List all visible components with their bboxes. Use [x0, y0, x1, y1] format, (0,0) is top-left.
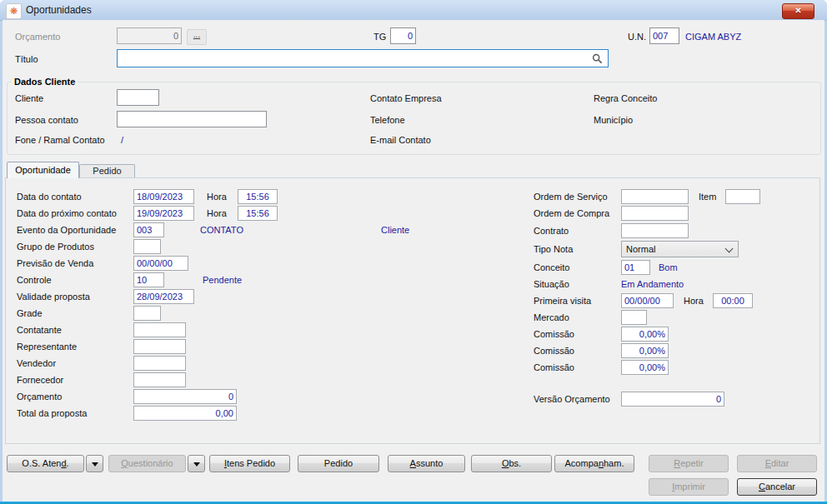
fornecedor-label: Fornecedor [17, 372, 63, 387]
oportunidades-window: ❋ Oportunidades ✕ Orçamento ... TG U.N. … [0, 0, 827, 504]
grupo-produtos-label: Grupo de Produtos [17, 239, 94, 254]
contatante-label: Contatante [17, 322, 62, 337]
contatante-input[interactable] [133, 322, 186, 337]
cliente-label: Cliente [15, 91, 43, 106]
pedido-button[interactable]: Pedido [298, 455, 379, 472]
grade-label: Grade [17, 306, 43, 321]
fornecedor-input[interactable] [133, 372, 186, 387]
orcamento-top-input[interactable] [117, 27, 182, 44]
versao-orcamento-input[interactable] [621, 392, 724, 407]
os-atend-dropdown-button[interactable] [86, 455, 103, 472]
window-title: Oportunidades [26, 4, 92, 16]
contrato-input[interactable] [621, 223, 689, 238]
item-label: Item [699, 189, 716, 204]
vendedor-input[interactable] [133, 356, 186, 371]
evento-label: Evento da Oportunidade [17, 222, 116, 237]
comissao2-label: Comissão [534, 343, 574, 358]
contrato-label: Contrato [534, 223, 569, 238]
dropdown-arrow-icon [193, 462, 200, 467]
imprimir-button: Imprimir [649, 478, 729, 496]
grade-input[interactable] [133, 306, 161, 321]
versao-orcamento-label: Versão Orçamento [534, 392, 610, 407]
email-contato-label: E-mail Contato [370, 132, 431, 147]
hora-contato-input[interactable] [238, 189, 278, 204]
editar-label: E [765, 458, 771, 468]
orcamento-top-label: Orçamento [15, 29, 60, 44]
titulo-label: Título [15, 52, 38, 67]
regra-conceito-label: Regra Conceito [594, 91, 657, 106]
hora-contato-label: Hora [207, 189, 227, 204]
controle-desc-text: Pendente [203, 272, 242, 287]
pessoa-contato-label: Pessoa contato [15, 112, 78, 127]
repetir-label: R [674, 458, 680, 468]
conceito-desc-text: Bom [659, 260, 678, 275]
comissao3-label: Comissão [534, 360, 574, 375]
dados-cliente-title: Dados Cliente [12, 77, 78, 87]
data-proximo-input[interactable] [133, 206, 194, 221]
representante-input[interactable] [133, 339, 186, 354]
evento-input[interactable] [133, 222, 164, 237]
titulo-search-input[interactable] [117, 49, 609, 67]
cliente-input[interactable] [117, 89, 159, 106]
un-input[interactable] [649, 27, 679, 44]
title-bar: ❋ Oportunidades ✕ [0, 0, 827, 21]
data-contato-input[interactable] [133, 189, 194, 204]
ordem-compra-label: Ordem de Compra [534, 206, 609, 221]
item-input[interactable] [725, 189, 760, 204]
comissao1-label: Comissão [534, 327, 574, 342]
un-name-text: CIGAM ABYZ [685, 29, 741, 44]
ordem-servico-input[interactable] [621, 189, 689, 204]
total-proposta-input[interactable] [133, 406, 237, 421]
acompanham-label: Acompa [565, 458, 599, 468]
grupo-produtos-input[interactable] [133, 239, 161, 254]
os-atend-button[interactable]: O.S. Atend. [7, 455, 84, 472]
editar-button: Editar [737, 455, 817, 472]
fone-ramal-label: Fone / Ramal Contato [15, 132, 105, 147]
conceito-input[interactable] [621, 260, 650, 275]
search-icon[interactable] [592, 53, 603, 64]
cancelar-button[interactable]: Cancelar [737, 478, 817, 496]
primeira-visita-input[interactable] [621, 293, 674, 308]
tipo-nota-label: Tipo Nota [534, 242, 573, 257]
hora-proximo-input[interactable] [238, 206, 278, 221]
chevron-down-icon [725, 245, 734, 253]
total-proposta-label: Total da proposta [17, 406, 87, 421]
obs-button[interactable]: Obs. [471, 455, 552, 472]
primeira-visita-label: Primeira visita [534, 293, 591, 308]
os-atend-label: O.S. Aten [22, 458, 61, 468]
tab-oportunidade[interactable]: Oportunidade [7, 162, 79, 178]
evento-cliente-text: Cliente [381, 222, 409, 237]
mercado-input[interactable] [621, 310, 647, 325]
validade-proposta-label: Validade proposta [17, 289, 90, 304]
questionario-label: Q [121, 458, 128, 468]
municipio-label: Município [594, 112, 633, 127]
comissao1-input[interactable] [621, 327, 669, 342]
tg-input[interactable] [390, 27, 416, 44]
cancelar-label: C [759, 482, 765, 492]
data-proximo-label: Data do próximo contato [17, 206, 117, 221]
primeira-visita-hora-input[interactable] [713, 293, 753, 308]
pessoa-contato-input[interactable] [117, 111, 267, 127]
assunto-button[interactable]: Assunto [388, 455, 465, 472]
tab-pedido[interactable]: Pedido [79, 164, 135, 177]
acompanham-button[interactable]: Acompanham. [554, 455, 634, 472]
tipo-nota-select[interactable]: Normal [621, 241, 739, 257]
validade-proposta-input[interactable] [133, 289, 194, 304]
primeira-visita-hora-label: Hora [684, 293, 704, 308]
questionario-dropdown-button[interactable] [188, 455, 205, 472]
comissao2-input[interactable] [621, 343, 669, 358]
controle-label: Controle [17, 272, 52, 287]
controle-input[interactable] [133, 272, 164, 287]
previsao-venda-input[interactable] [133, 256, 188, 271]
situacao-label: Situação [534, 277, 569, 292]
orcamento-input[interactable] [133, 389, 237, 404]
itens-pedido-button[interactable]: Itens Pedido [209, 455, 290, 472]
pedido-label: Pedido [324, 458, 353, 468]
ordem-compra-input[interactable] [621, 206, 689, 221]
fone-ramal-value: / [121, 132, 123, 147]
tg-label: TG [373, 29, 386, 44]
close-icon[interactable]: ✕ [782, 3, 814, 19]
evento-desc-text: CONTATO [200, 222, 243, 237]
ellipsis-button[interactable]: ... [187, 29, 207, 45]
comissao3-input[interactable] [621, 360, 669, 375]
